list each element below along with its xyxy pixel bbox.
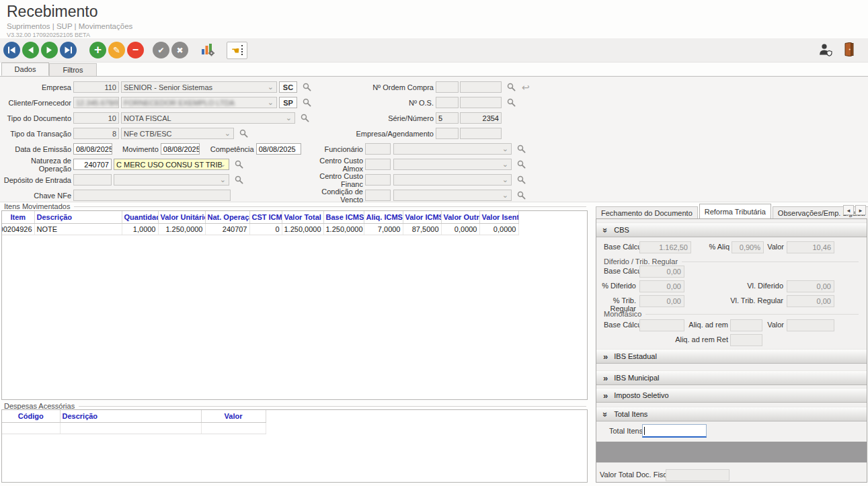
natureza-search-button[interactable] xyxy=(233,159,244,170)
cliente-code-field[interactable]: 12.345.678/0001-90 xyxy=(73,97,119,108)
tab-dados[interactable]: Dados xyxy=(1,63,49,76)
section-header-imposto-seletivo[interactable]: » Imposto Seletivo xyxy=(596,388,867,403)
column-header[interactable]: Código xyxy=(2,410,60,422)
serie-field[interactable]: 5 xyxy=(436,112,459,124)
column-header[interactable]: Descrição xyxy=(34,211,122,223)
cell[interactable]: 0,0000 xyxy=(479,223,518,235)
next-record-button[interactable] xyxy=(41,42,58,58)
column-header[interactable]: Item xyxy=(2,211,34,223)
exit-button[interactable] xyxy=(844,42,855,58)
cell[interactable]: 1.250,0000 xyxy=(323,223,364,235)
cell[interactable]: 900204926 xyxy=(2,223,34,235)
deposito-code-field[interactable] xyxy=(73,174,112,186)
column-header[interactable]: Valor ICMS xyxy=(403,211,441,223)
delete-record-button[interactable]: − xyxy=(127,42,144,58)
centro-custo-almox-search-button[interactable] xyxy=(516,159,526,170)
edit-record-button[interactable]: ✎ xyxy=(108,42,125,58)
column-header[interactable]: CST ICMS xyxy=(249,211,282,223)
column-header[interactable]: Aliq. ICMS xyxy=(364,211,403,223)
cell[interactable] xyxy=(2,422,60,434)
table-row[interactable]: 900204926NOTE1,00001.250,000024070701.25… xyxy=(2,223,518,235)
column-header[interactable]: Descrição xyxy=(60,410,201,422)
cell[interactable]: 1,0000 xyxy=(122,223,158,235)
competencia-field[interactable]: 08/08/2025 xyxy=(256,143,301,155)
aliq-ad-rem-field[interactable] xyxy=(730,319,762,331)
deposito-dropdown[interactable]: ⌄ xyxy=(114,174,229,186)
centro-custo-almox-dropdown[interactable]: ⌄ xyxy=(393,159,512,170)
tipo-documento-dropdown[interactable]: NOTA FISCAL⌄ xyxy=(121,112,295,124)
total-itens-input[interactable] xyxy=(642,424,707,438)
add-record-button[interactable]: + xyxy=(89,42,106,58)
tipo-transacao-search-button[interactable] xyxy=(238,128,249,139)
cbs-base-calculo-field[interactable]: 1.162,50 xyxy=(639,241,691,253)
section-header-ibs-municipal[interactable]: » IBS Municipal xyxy=(596,370,867,385)
cbs-valor-field[interactable]: 10,46 xyxy=(787,241,834,253)
os-number-field[interactable] xyxy=(460,97,502,108)
cell[interactable]: 7,0000 xyxy=(364,223,403,235)
last-record-button[interactable] xyxy=(60,42,77,58)
funcionario-code-field[interactable] xyxy=(365,143,391,155)
cancel-button[interactable]: ✖ xyxy=(171,42,188,58)
os-search-button[interactable] xyxy=(506,97,516,108)
tab-filtros[interactable]: Filtros xyxy=(49,63,97,76)
ordem-compra-import-button[interactable]: ↩ xyxy=(522,83,530,92)
empresa-agendamento-code-field[interactable] xyxy=(436,128,459,139)
empresa-agendamento-number-field[interactable] xyxy=(460,128,502,139)
funcionario-search-button[interactable] xyxy=(516,143,526,155)
cbs-aliq-field[interactable]: 0,90% xyxy=(732,241,764,253)
centro-custo-financ-search-button[interactable] xyxy=(516,174,526,186)
section-header-total-itens[interactable]: » Total Itens xyxy=(596,407,867,421)
deposito-search-button[interactable] xyxy=(233,174,244,186)
tipo-documento-search-button[interactable] xyxy=(299,112,310,124)
confirm-button[interactable]: ✔ xyxy=(153,42,169,58)
table-row[interactable] xyxy=(2,422,266,434)
tab-reforma-tributaria[interactable]: Reforma Tributária xyxy=(699,204,771,218)
cell[interactable] xyxy=(201,422,266,434)
ordem-compra-code-field[interactable] xyxy=(436,81,459,93)
centro-custo-financ-dropdown[interactable]: ⌄ xyxy=(393,174,512,186)
condicao-vencto-dropdown[interactable]: ⌄ xyxy=(393,190,512,201)
pct-diferido-field[interactable]: 0,00 xyxy=(639,280,684,292)
numero-field[interactable]: 2354 xyxy=(460,112,502,124)
cell[interactable]: NOTE xyxy=(34,223,122,235)
tab-scroll-right-button[interactable]: ▸ xyxy=(855,205,866,215)
cell[interactable]: 240707 xyxy=(205,223,249,235)
previous-record-button[interactable] xyxy=(22,42,39,58)
aliq-ad-rem-ret-field[interactable] xyxy=(730,334,762,346)
ordem-compra-search-button[interactable] xyxy=(506,81,516,93)
condicao-vencto-search-button[interactable] xyxy=(516,190,526,201)
tipo-documento-code-field[interactable]: 10 xyxy=(73,112,119,124)
column-header[interactable]: Quantidade xyxy=(122,211,158,223)
cliente-name-dropdown[interactable]: FORNECEDOR EXEMPLO LTDA⌄ xyxy=(121,97,277,108)
valor-total-doc-fiscal-field[interactable] xyxy=(666,469,729,481)
ordem-compra-number-field[interactable] xyxy=(460,81,502,93)
pct-trib-regular-field[interactable]: 0,00 xyxy=(639,295,684,307)
centro-custo-financ-code-field[interactable] xyxy=(365,174,391,186)
cell[interactable]: 1.250,0000 xyxy=(158,223,205,235)
empresa-code-field[interactable]: 110 xyxy=(73,81,119,93)
tab-fechamento-documento[interactable]: Fechamento do Documento xyxy=(596,206,698,218)
column-header[interactable]: Nat. Operação xyxy=(205,211,249,223)
natureza-code-field[interactable]: 240707 xyxy=(73,159,112,170)
empresa-name-dropdown[interactable]: SENIOR - Senior Sistemas⌄ xyxy=(121,81,277,93)
tab-scroll-left-button[interactable]: ◂ xyxy=(843,205,854,215)
cell[interactable]: 1.250,0000 xyxy=(282,223,323,235)
section-header-cbs[interactable]: » CBS xyxy=(596,222,867,237)
column-header[interactable]: Valor Total xyxy=(282,211,323,223)
tipo-transacao-code-field[interactable]: 8 xyxy=(73,128,119,139)
chart-settings-button[interactable] xyxy=(198,42,217,59)
tipo-transacao-dropdown[interactable]: NFe CTB/ESC⌄ xyxy=(121,128,234,139)
column-header[interactable]: Valor Unitário xyxy=(158,211,205,223)
manual-entry-button[interactable]: ☛ xyxy=(227,42,247,59)
mono-valor-field[interactable] xyxy=(787,319,834,331)
data-emissao-field[interactable]: 08/08/2025 xyxy=(73,143,112,155)
column-header[interactable]: Base ICMS xyxy=(323,211,364,223)
column-header[interactable]: Valor xyxy=(201,410,266,422)
column-header[interactable]: Valor Isentas xyxy=(479,211,518,223)
mono-base-calculo-field[interactable] xyxy=(639,319,684,331)
chave-nfe-field[interactable] xyxy=(73,190,231,201)
movimento-field[interactable]: 08/08/2025 xyxy=(161,143,200,155)
cell[interactable]: 0 xyxy=(249,223,282,235)
os-code-field[interactable] xyxy=(436,97,459,108)
first-record-button[interactable] xyxy=(3,42,20,58)
